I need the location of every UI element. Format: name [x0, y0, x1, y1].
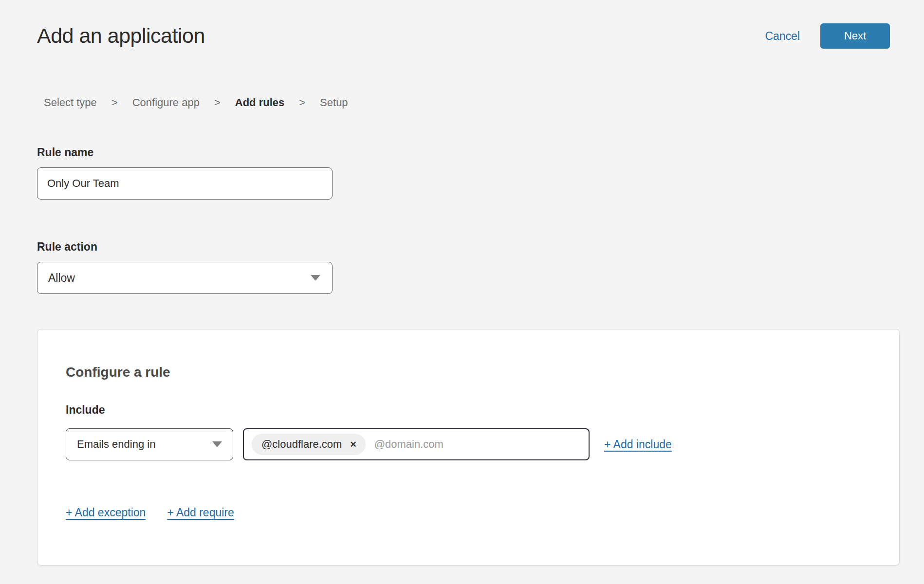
breadcrumb-step-setup[interactable]: Setup	[320, 96, 348, 109]
include-rule-row: Emails ending in @cloudflare.com ✕ + Add…	[66, 428, 871, 460]
email-domain-chip: @cloudflare.com ✕	[252, 434, 366, 455]
header-actions: Cancel Next	[765, 23, 890, 49]
email-domain-chip-label: @cloudflare.com	[261, 438, 342, 451]
chip-remove-icon[interactable]: ✕	[350, 440, 356, 449]
breadcrumb-separator: >	[111, 96, 118, 109]
breadcrumb-step-configure-app[interactable]: Configure app	[132, 96, 200, 109]
include-label: Include	[66, 403, 871, 417]
chevron-down-icon	[212, 441, 222, 447]
rule-name-input[interactable]	[37, 167, 333, 200]
breadcrumb-step-add-rules[interactable]: Add rules	[235, 96, 284, 109]
breadcrumb: Select type > Configure app > Add rules …	[44, 96, 924, 109]
rule-name-label: Rule name	[37, 146, 924, 159]
next-button[interactable]: Next	[820, 23, 890, 49]
include-selector-value: Emails ending in	[77, 438, 155, 451]
rule-action-selected-value: Allow	[48, 272, 75, 285]
configure-rule-title: Configure a rule	[66, 365, 871, 380]
cancel-button[interactable]: Cancel	[765, 30, 800, 43]
email-domain-text-input[interactable]	[373, 438, 581, 451]
rule-action-select[interactable]: Allow	[37, 262, 333, 294]
add-exception-link[interactable]: + Add exception	[66, 506, 146, 519]
breadcrumb-separator: >	[299, 96, 305, 109]
breadcrumb-step-select-type[interactable]: Select type	[44, 96, 97, 109]
add-application-page: Add an application Cancel Next Select ty…	[0, 0, 924, 584]
add-include-link[interactable]: + Add include	[604, 438, 672, 451]
add-require-link[interactable]: + Add require	[167, 506, 234, 519]
rule-card-links: + Add exception + Add require	[66, 506, 871, 519]
breadcrumb-separator: >	[214, 96, 221, 109]
rule-action-label: Rule action	[37, 240, 924, 253]
configure-rule-card: Configure a rule Include Emails ending i…	[37, 329, 900, 566]
page-header: Add an application Cancel Next	[0, 0, 924, 50]
email-domains-tag-input[interactable]: @cloudflare.com ✕	[243, 428, 590, 460]
page-title: Add an application	[37, 21, 205, 50]
include-selector-select[interactable]: Emails ending in	[66, 428, 233, 460]
chevron-down-icon	[311, 275, 320, 281]
